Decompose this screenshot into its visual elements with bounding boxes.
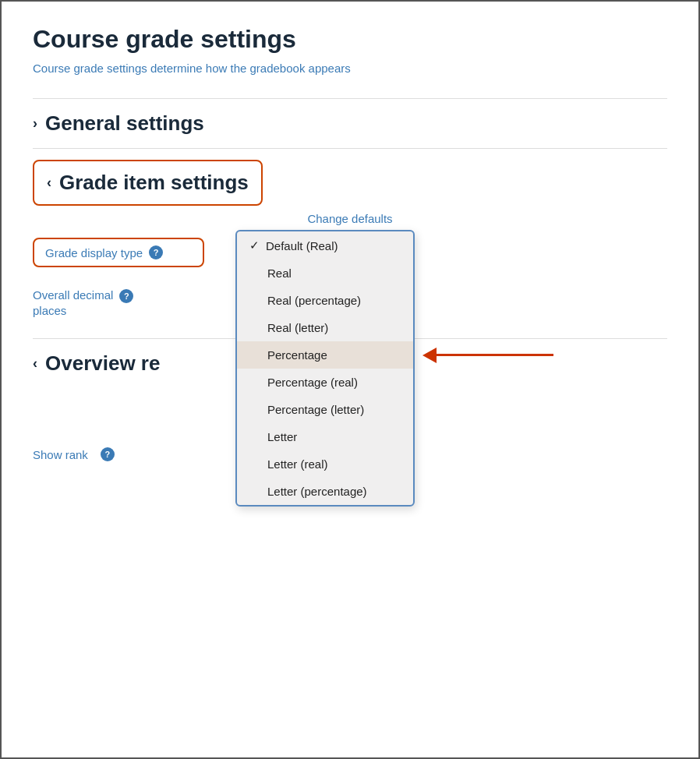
arrow-head-icon	[422, 348, 437, 363]
page-content: Course grade settings Course grade setti…	[2, 2, 698, 485]
dropdown-item-default-real[interactable]: ✓ Default (Real)	[237, 231, 413, 259]
dropdown-item-label: Letter	[267, 430, 297, 443]
dropdown-item-real-percentage[interactable]: Real (percentage)	[237, 287, 413, 314]
dropdown-item-label: Percentage (letter)	[267, 403, 364, 416]
dropdown-item-label: Real (letter)	[267, 321, 328, 334]
dropdown-item-real-letter[interactable]: Real (letter)	[237, 314, 413, 341]
page-title: Course grade settings	[33, 25, 667, 54]
grade-item-settings-title: Grade item settings	[59, 171, 249, 195]
dropdown-item-label: Letter (real)	[267, 457, 328, 471]
dropdown-item-label: Letter (percentage)	[267, 485, 367, 498]
dropdown-item-label: Percentage (real)	[267, 376, 358, 389]
overall-decimal-places-help-icon[interactable]: ?	[119, 289, 133, 303]
dropdown-item-letter[interactable]: Letter	[237, 423, 413, 450]
grade-display-type-label: Grade display type	[45, 246, 143, 259]
dropdown-item-label: Real	[267, 267, 292, 280]
dropdown-item-letter-real[interactable]: Letter (real)	[237, 450, 413, 478]
arrow-indicator	[424, 348, 553, 363]
dropdown-item-letter-percentage[interactable]: Letter (percentage)	[237, 478, 413, 505]
arrow-line	[437, 354, 553, 356]
dropdown-item-percentage-letter[interactable]: Percentage (letter)	[237, 396, 413, 423]
grade-display-type-dropdown[interactable]: ✓ Default (Real) Real Real (percentage) …	[235, 230, 415, 507]
check-icon: ✓	[249, 238, 260, 252]
grade-item-settings-chevron: ‹	[47, 175, 51, 191]
change-defaults-link[interactable]: Change defaults	[33, 212, 667, 225]
dropdown-item-label: Real (percentage)	[267, 294, 361, 307]
show-rank-label: Show rank	[33, 448, 88, 461]
grade-display-type-label-box[interactable]: Grade display type ?	[33, 238, 204, 267]
overview-section-title: Overview re	[45, 351, 160, 376]
grade-item-settings-section: ‹ Grade item settings Change defaults Gr…	[33, 148, 667, 323]
dropdown-item-percentage[interactable]: Percentage	[237, 341, 413, 369]
grade-item-settings-header[interactable]: ‹ Grade item settings	[33, 160, 263, 206]
dropdown-item-percentage-real[interactable]: Percentage (real)	[237, 369, 413, 396]
general-settings-section: › General settings	[33, 98, 667, 148]
general-settings-chevron: ›	[33, 115, 37, 132]
overview-chevron: ‹	[33, 355, 37, 372]
show-rank-help-icon[interactable]: ?	[101, 447, 115, 461]
grade-display-type-row: Grade display type ? ✓ Default (Real) Re…	[33, 238, 667, 267]
grade-display-type-help-icon[interactable]: ?	[149, 245, 163, 259]
general-settings-title: General settings	[45, 111, 204, 136]
general-settings-header[interactable]: › General settings	[33, 98, 667, 148]
dropdown-item-label: Percentage	[267, 348, 327, 362]
dropdown-item-real[interactable]: Real	[237, 259, 413, 287]
page-subtitle: Course grade settings determine how the …	[33, 62, 667, 75]
overall-decimal-places-label: Overall decimalplaces	[33, 288, 113, 318]
dropdown-item-label: Default (Real)	[266, 239, 338, 252]
